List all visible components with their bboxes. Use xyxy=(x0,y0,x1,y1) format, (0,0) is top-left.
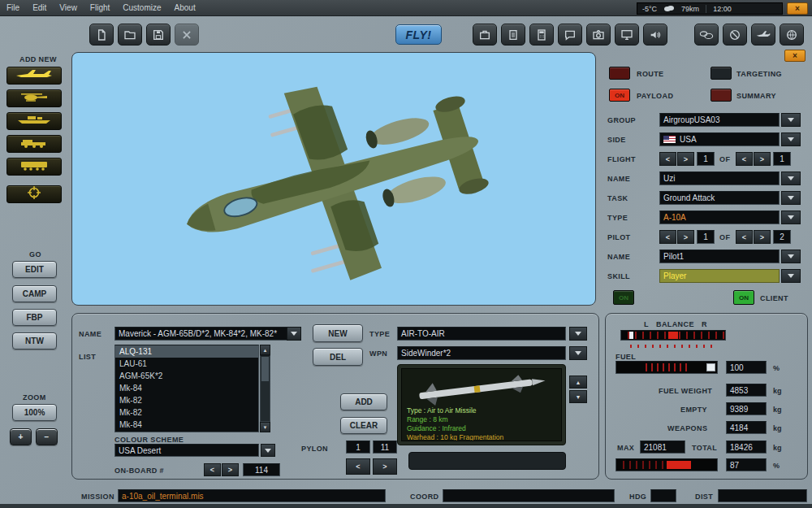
skill-field[interactable]: Player xyxy=(659,269,780,283)
ai-on-toggle[interactable]: ON xyxy=(613,290,634,305)
pilot-prev-button[interactable]: < xyxy=(659,230,676,244)
clear-weapon-button[interactable]: CLEAR xyxy=(340,417,387,434)
list-item[interactable]: Mk-84 xyxy=(115,382,258,394)
pilot-total-field[interactable]: 2 xyxy=(773,230,791,244)
pylon-from-field[interactable]: 1 xyxy=(346,441,370,454)
weapon-preset-field[interactable]: Maverick - AGM-65B/D*2, MK-84*2, MK-82* xyxy=(114,327,301,341)
list-item[interactable]: AGM-65K*2 xyxy=(115,370,258,382)
flight-prev-button[interactable]: < xyxy=(659,152,676,166)
list-item[interactable]: Mk-82 xyxy=(115,406,258,419)
colour-scheme-field[interactable]: USA Desert xyxy=(114,444,259,457)
app-close-button[interactable]: × xyxy=(787,2,808,15)
fuel-percent-field[interactable]: 100 xyxy=(726,361,767,374)
flight-name-dropdown-button[interactable] xyxy=(781,172,801,185)
pilot-total-next-button[interactable]: > xyxy=(754,230,771,244)
coord-field[interactable] xyxy=(443,489,615,502)
fbp-button[interactable]: FBP xyxy=(12,309,57,326)
max-weight-field[interactable]: 21081 xyxy=(640,441,685,454)
weapon-type-field[interactable]: AIR-TO-AIR xyxy=(397,327,566,341)
onboard-next-button[interactable]: > xyxy=(222,463,239,476)
close-mission-button[interactable] xyxy=(175,24,199,46)
menu-item-file[interactable]: File xyxy=(6,3,19,12)
add-vehicle-button[interactable] xyxy=(6,135,62,153)
network-button[interactable] xyxy=(780,24,804,46)
group-dropdown-button[interactable] xyxy=(781,113,801,127)
list-scrollbar-track[interactable] xyxy=(260,355,270,422)
views-button[interactable] xyxy=(615,24,639,46)
list-item[interactable]: Mk-82 xyxy=(115,394,258,406)
weapon-preset-dropdown-button[interactable] xyxy=(287,327,301,341)
calculator-button[interactable] xyxy=(529,24,554,46)
balance-bar[interactable] xyxy=(620,330,726,341)
load-percent-field[interactable]: 87 xyxy=(726,458,767,471)
colour-scheme-dropdown-button[interactable] xyxy=(261,444,275,457)
menu-item-flight[interactable]: Flight xyxy=(90,3,110,12)
display-scroll-down-button[interactable]: ▼ xyxy=(569,390,587,403)
list-scroll-down-button[interactable]: ▼ xyxy=(260,422,270,432)
panel-close-button[interactable]: × xyxy=(784,50,806,62)
fuel-slider[interactable] xyxy=(615,361,718,374)
add-airplane-button[interactable] xyxy=(6,67,62,85)
aircraft-3d-preview[interactable] xyxy=(71,52,596,306)
onboard-field[interactable]: 114 xyxy=(243,463,280,476)
list-item[interactable]: Mk-84 xyxy=(115,419,258,431)
skill-dropdown-button[interactable] xyxy=(781,269,801,283)
menu-item-customize[interactable]: Customize xyxy=(123,3,161,12)
empty-weight-field[interactable]: 9389 xyxy=(726,402,767,415)
group-field[interactable]: AirgroupUSA03 xyxy=(659,113,780,127)
flight-total-prev-button[interactable]: < xyxy=(736,152,753,166)
flight-number-field[interactable]: 1 xyxy=(697,152,715,166)
aircraft-options-button[interactable] xyxy=(751,24,775,46)
fuel-slider-handle[interactable] xyxy=(706,363,715,371)
pilot-name-field[interactable]: Pilot1 xyxy=(659,250,780,263)
add-train-button[interactable] xyxy=(6,158,62,176)
camp-button[interactable]: CAMP xyxy=(12,285,57,302)
display-scroll-up-button[interactable]: ▲ xyxy=(569,376,587,389)
flight-total-field[interactable]: 1 xyxy=(773,152,791,166)
briefing-button[interactable] xyxy=(473,24,497,46)
type-dropdown-button[interactable] xyxy=(781,211,801,224)
balance-marker[interactable] xyxy=(629,332,633,339)
new-preset-button[interactable]: NEW xyxy=(313,324,363,342)
list-item[interactable]: ALQ-131 xyxy=(115,345,258,358)
targeting-toggle[interactable] xyxy=(710,67,732,80)
pylon-to-field[interactable]: 11 xyxy=(373,441,397,454)
weapon-type-dropdown-button[interactable] xyxy=(569,327,587,341)
flight-next-button[interactable]: > xyxy=(677,152,694,166)
payload-toggle[interactable]: ON xyxy=(609,89,630,102)
task-dropdown-button[interactable] xyxy=(781,191,801,205)
wpn-dropdown-button[interactable] xyxy=(569,346,587,360)
mission-field[interactable]: a-10a_oil_terminal.mis xyxy=(118,489,386,502)
messages-button[interactable] xyxy=(558,24,582,46)
save-mission-button[interactable] xyxy=(146,24,171,46)
pilot-name-dropdown-button[interactable] xyxy=(781,250,801,263)
list-scroll-up-button[interactable]: ▲ xyxy=(260,345,270,355)
summary-toggle[interactable] xyxy=(710,89,732,102)
pylon-next-button[interactable]: > xyxy=(373,458,397,475)
pilot-next-button[interactable]: > xyxy=(677,230,694,244)
pilot-total-prev-button[interactable]: < xyxy=(736,230,753,244)
sound-button[interactable] xyxy=(643,24,667,46)
ntw-button[interactable]: NTW xyxy=(12,332,57,350)
fuel-weight-field[interactable]: 4853 xyxy=(726,384,767,397)
zoom-level-button[interactable]: 100% xyxy=(12,404,57,421)
flight-name-field[interactable]: Uzi xyxy=(659,172,780,185)
restrictions-button[interactable] xyxy=(723,24,747,46)
open-mission-button[interactable] xyxy=(118,24,142,46)
menu-item-edit[interactable]: Edit xyxy=(32,3,46,12)
route-toggle[interactable] xyxy=(609,67,630,80)
client-on-toggle[interactable]: ON xyxy=(733,290,754,305)
new-mission-button[interactable] xyxy=(89,24,114,46)
task-field[interactable]: Ground Attack xyxy=(659,191,780,205)
menu-item-about[interactable]: About xyxy=(175,3,196,12)
notes-button[interactable] xyxy=(501,24,525,46)
pylon-prev-button[interactable]: < xyxy=(346,458,370,475)
wpn-field[interactable]: SideWinder*2 xyxy=(397,346,566,360)
side-field[interactable]: USA xyxy=(659,132,780,146)
zoom-out-button[interactable]: − xyxy=(36,428,58,445)
list-scrollbar-thumb[interactable] xyxy=(261,357,269,381)
weather-settings-button[interactable] xyxy=(694,24,719,46)
flight-total-next-button[interactable]: > xyxy=(754,152,771,166)
add-ship-button[interactable] xyxy=(6,112,62,130)
weapons-weight-field[interactable]: 4184 xyxy=(726,421,767,434)
